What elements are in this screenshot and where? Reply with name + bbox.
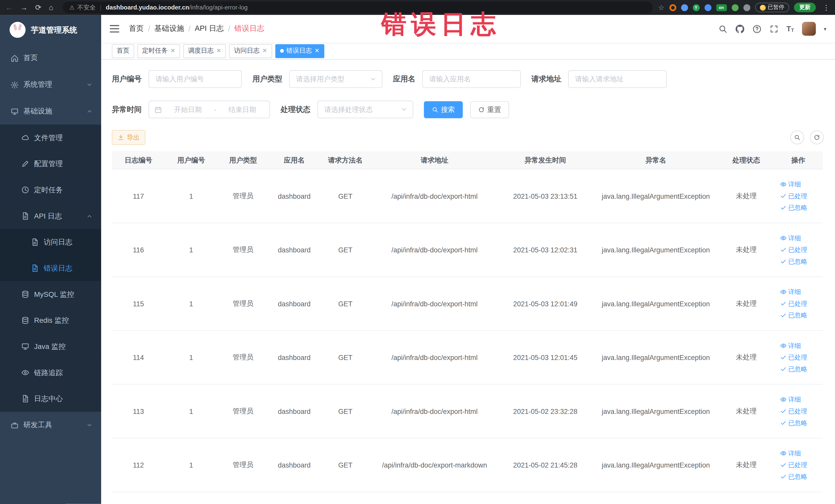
check-icon	[780, 312, 787, 319]
mark-processed-button[interactable]: 已处理	[780, 245, 807, 254]
tab-schedule-log[interactable]: 调度日志 ✕	[183, 44, 226, 58]
avatar[interactable]	[802, 22, 816, 36]
check-icon	[780, 420, 787, 426]
table-row: 113 1 管理员 dashboard GET /api/infra/db-do…	[112, 385, 823, 439]
browser-home-icon[interactable]: ⌂	[49, 3, 54, 12]
tab-access-log[interactable]: 访问日志 ✕	[229, 44, 272, 58]
extension-icon-5[interactable]	[731, 4, 738, 11]
fullscreen-icon[interactable]	[770, 24, 778, 33]
detail-button[interactable]: 详细	[780, 395, 801, 404]
mark-processed-button[interactable]: 已处理	[780, 353, 807, 362]
app-logo-row[interactable]: 芋道管理系统	[0, 15, 101, 45]
sidebar-item-error-log[interactable]: 错误日志	[0, 255, 101, 281]
search-button[interactable]: 搜索	[424, 101, 463, 118]
sidebar-item-scheduled-tasks[interactable]: 定时任务	[0, 177, 101, 203]
detail-button[interactable]: 详细	[780, 287, 801, 296]
breadcrumb-item[interactable]: 首页	[129, 24, 144, 33]
app-logo	[9, 22, 25, 38]
sidebar-item-dev-tools[interactable]: 研发工具	[0, 412, 101, 439]
sidebar-item-config-management[interactable]: 配置管理	[0, 151, 101, 177]
mark-processed-button[interactable]: 已处理	[780, 460, 807, 469]
sidebar-item-system-management[interactable]: 系统管理	[0, 72, 101, 98]
mark-ignored-button[interactable]: 已忽略	[780, 472, 807, 481]
document-icon	[21, 395, 29, 403]
close-icon[interactable]: ✕	[262, 48, 267, 54]
mark-processed-button[interactable]: 已处理	[780, 407, 807, 416]
mark-ignored-button[interactable]: 已忽略	[780, 257, 807, 266]
sidebar-item-trace[interactable]: 链路追踪	[0, 360, 101, 386]
sidebar-item-access-log[interactable]: 访问日志	[0, 229, 101, 255]
chevron-down-icon	[370, 76, 376, 83]
mark-processed-button[interactable]: 已处理	[780, 299, 807, 308]
url-path: /infra/log/api-error-log	[189, 4, 248, 11]
font-size-icon[interactable]: TT	[787, 24, 794, 33]
eye-icon	[780, 450, 787, 457]
tab-home[interactable]: 首页	[112, 44, 134, 58]
process-status-select[interactable]: 请选择处理状态	[317, 101, 413, 118]
detail-button[interactable]: 详细	[780, 341, 801, 350]
address-bar[interactable]: ⚠ 不安全 | dashboard.yudao.iocoder.cn /infr…	[63, 2, 653, 13]
extension-icon-2[interactable]	[681, 4, 688, 11]
app-name-label: 应用名	[393, 74, 415, 84]
exception-time-label: 异常时间	[112, 105, 142, 114]
mark-ignored-button[interactable]: 已忽略	[780, 419, 807, 427]
bookmark-star-icon[interactable]: ☆	[658, 3, 664, 11]
close-icon[interactable]: ✕	[314, 48, 319, 54]
github-icon[interactable]	[735, 24, 745, 33]
document-icon	[21, 212, 29, 220]
sidebar-item-redis-monitor[interactable]: Redis 监控	[0, 307, 101, 334]
search-icon[interactable]	[718, 24, 727, 33]
sidebar-item-file-management[interactable]: 文件管理	[0, 124, 101, 151]
sidebar-item-infrastructure[interactable]: 基础设施	[0, 98, 101, 125]
breadcrumb-item[interactable]: 基础设施	[154, 24, 184, 33]
extension-icon-3[interactable]: Y	[693, 4, 699, 11]
detail-button[interactable]: 详细	[780, 449, 801, 458]
close-icon[interactable]: ✕	[170, 48, 175, 54]
request-url-input[interactable]	[568, 70, 667, 88]
mark-ignored-button[interactable]: 已忽略	[780, 311, 807, 320]
detail-button[interactable]: 详细	[780, 234, 801, 243]
extension-icon-1[interactable]	[669, 4, 676, 11]
detail-button[interactable]: 详细	[780, 180, 801, 189]
reset-button[interactable]: 重置	[470, 101, 509, 118]
app-name-input[interactable]	[422, 70, 521, 88]
sidebar-item-home[interactable]: 首页	[0, 45, 101, 72]
mark-ignored-button[interactable]: 已忽略	[780, 365, 807, 374]
sidebar-item-mysql-monitor[interactable]: MySQL 监控	[0, 281, 101, 307]
extension-on-badge[interactable]: on	[716, 4, 727, 11]
user-type-select[interactable]: 请选择用户类型	[289, 70, 383, 88]
mark-processed-button[interactable]: 已处理	[780, 191, 807, 201]
app-header: 首页 / 基础设施 / API 日志 / 错误日志 TT ▾	[101, 15, 835, 43]
extension-puzzle-icon[interactable]	[743, 4, 750, 11]
sidebar-item-api-log[interactable]: API 日志	[0, 203, 101, 229]
table-row: 114 1 管理员 dashboard GET /api/infra/db-do…	[112, 331, 823, 385]
paused-badge[interactable]: 已暂停	[755, 3, 789, 12]
check-icon	[780, 247, 787, 253]
calendar-icon	[155, 106, 162, 113]
update-button[interactable]: 更新	[794, 3, 816, 12]
browser-reload-icon[interactable]: ⟳	[35, 3, 41, 12]
extension-icon-4[interactable]	[704, 4, 711, 11]
search-toggle-button[interactable]	[790, 130, 804, 144]
browser-forward-icon[interactable]: →	[20, 3, 28, 12]
browser-menu-icon[interactable]: ⋮	[823, 3, 830, 11]
table-row: 117 1 管理员 dashboard GET /api/infra/db-do…	[112, 169, 823, 223]
hamburger-icon[interactable]	[109, 25, 119, 33]
close-icon[interactable]: ✕	[217, 48, 221, 54]
sidebar-item-log-center[interactable]: 日志中心	[0, 386, 101, 412]
check-icon	[780, 473, 787, 480]
date-range-picker[interactable]: 开始日期 - 结束日期	[149, 101, 270, 118]
tab-error-log[interactable]: 错误日志 ✕	[275, 44, 324, 58]
sidebar-item-java-monitor[interactable]: Java 监控	[0, 334, 101, 360]
browser-back-icon[interactable]: ←	[5, 3, 13, 12]
user-id-input[interactable]	[149, 70, 242, 88]
caret-down-icon[interactable]: ▾	[824, 26, 826, 32]
help-icon[interactable]	[752, 24, 761, 33]
briefcase-icon	[11, 421, 19, 429]
refresh-button[interactable]	[810, 130, 824, 144]
breadcrumb-item[interactable]: API 日志	[195, 24, 224, 33]
eye-icon	[780, 397, 787, 403]
tab-scheduled-tasks[interactable]: 定时任务 ✕	[137, 44, 180, 58]
export-button[interactable]: 导出	[112, 130, 145, 145]
mark-ignored-button[interactable]: 已忽略	[780, 203, 807, 212]
